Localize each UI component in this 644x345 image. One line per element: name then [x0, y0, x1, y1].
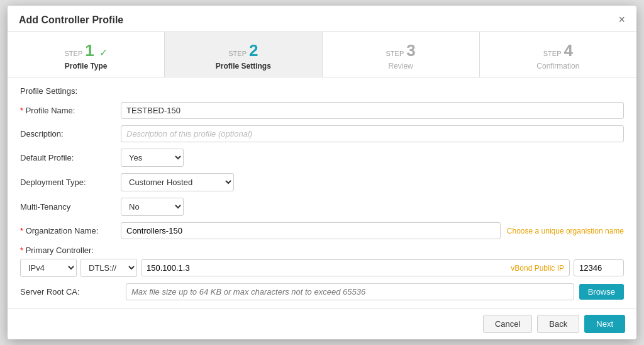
server-root-ca-input[interactable] — [126, 283, 574, 300]
deployment-type-select[interactable]: Customer Hosted Cloud Hosted — [121, 173, 234, 191]
step4-name: Confirmation — [486, 62, 630, 71]
step1-check: ✓ — [99, 47, 108, 59]
profile-name-row: Profile Name: — [20, 102, 624, 119]
close-button[interactable]: × — [618, 13, 625, 26]
org-name-input[interactable] — [121, 222, 501, 239]
org-name-label: Organization Name: — [20, 226, 121, 235]
section-title: Profile Settings: — [20, 86, 624, 96]
default-profile-label: Default Profile: — [20, 153, 121, 162]
cancel-button[interactable]: Cancel — [483, 315, 532, 333]
deployment-type-label: Deployment Type: — [20, 178, 121, 187]
ip-address-input[interactable] — [142, 260, 506, 276]
step3-name: Review — [329, 62, 473, 71]
ip-address-container: vBond Public IP — [141, 259, 570, 276]
org-name-row: Organization Name: Choose a unique organ… — [20, 222, 624, 239]
step3-number: 3 — [406, 41, 415, 60]
default-profile-row: Default Profile: Yes No — [20, 149, 624, 167]
step2-prefix: STEP — [228, 50, 247, 57]
step1-number: 1 — [85, 41, 94, 60]
step-1[interactable]: STEP 1 ✓ Profile Type — [8, 32, 165, 77]
ip-type-select[interactable]: IPv4 IPv6 — [20, 259, 77, 277]
step-4[interactable]: STEP 4 Confirmation — [480, 32, 636, 77]
next-button[interactable]: Next — [584, 315, 625, 333]
description-label: Description: — [20, 129, 121, 139]
description-input[interactable] — [121, 125, 624, 142]
back-button[interactable]: Back — [537, 315, 579, 333]
browse-button[interactable]: Browse — [579, 284, 624, 300]
step3-prefix: STEP — [386, 50, 404, 57]
port-input[interactable] — [574, 259, 624, 276]
profile-name-input[interactable] — [121, 102, 624, 119]
step2-name: Profile Settings — [171, 62, 315, 71]
primary-controller-label: Primary Controller: — [20, 246, 121, 255]
multi-tenancy-label: Multi-Tenancy — [20, 202, 121, 212]
multi-tenancy-select[interactable]: No Yes — [121, 198, 184, 216]
add-controller-profile-modal: Add Controller Profile × STEP 1 ✓ Profil… — [8, 6, 636, 339]
profile-name-label: Profile Name: — [20, 106, 121, 115]
description-row: Description: — [20, 125, 624, 142]
modal-body: Profile Settings: Profile Name: Descript… — [8, 77, 636, 308]
step4-number: 4 — [564, 41, 573, 60]
protocol-select[interactable]: DTLS:// TLS:// — [80, 259, 137, 277]
modal-title: Add Controller Profile — [19, 14, 123, 26]
org-name-hint: Choose a unique organistion name — [507, 227, 624, 235]
step1-prefix: STEP — [65, 50, 83, 57]
default-profile-select[interactable]: Yes No — [121, 149, 184, 167]
server-root-ca-label: Server Root CA: — [20, 287, 121, 297]
multi-tenancy-row: Multi-Tenancy No Yes — [20, 198, 624, 216]
primary-controller-label-row: Primary Controller: — [20, 246, 624, 255]
step-2[interactable]: STEP 2 Profile Settings — [165, 32, 322, 77]
modal-header: Add Controller Profile × — [8, 6, 636, 32]
server-root-row: Server Root CA: Browse — [20, 283, 624, 300]
step2-number: 2 — [249, 41, 258, 60]
steps-bar: STEP 1 ✓ Profile Type STEP 2 Profile Set… — [8, 32, 636, 77]
modal-footer: Cancel Back Next — [8, 308, 636, 339]
step1-name: Profile Type — [14, 62, 158, 71]
primary-controller-row: IPv4 IPv6 DTLS:// TLS:// vBond Public IP — [20, 259, 624, 277]
step-3[interactable]: STEP 3 Review — [323, 32, 480, 77]
ip-hint: vBond Public IP — [506, 264, 569, 273]
step4-prefix: STEP — [543, 50, 562, 57]
deployment-type-row: Deployment Type: Customer Hosted Cloud H… — [20, 173, 624, 191]
